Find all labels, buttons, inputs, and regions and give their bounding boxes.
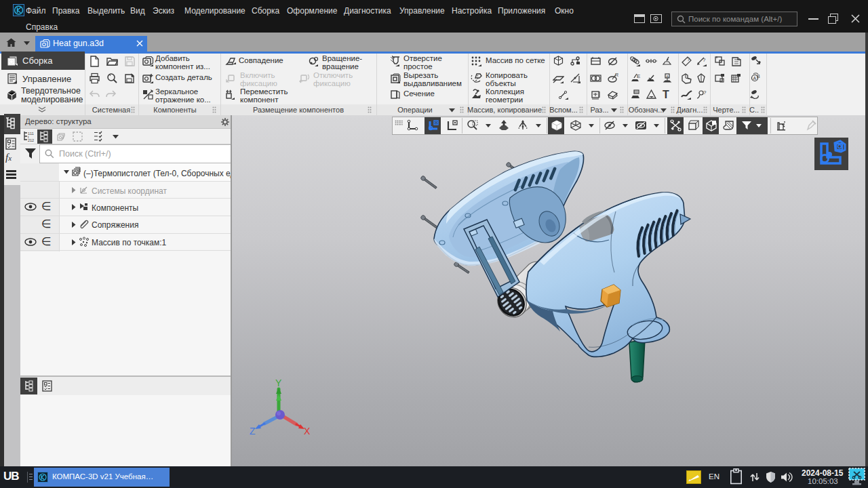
svg-text:Z: Z: [250, 426, 256, 436]
svg-text:X: X: [304, 426, 311, 436]
svg-text:R: R: [615, 73, 618, 77]
svg-text:11: 11: [30, 131, 34, 136]
svg-text:Y: Y: [275, 380, 282, 388]
svg-text:?: ?: [703, 57, 706, 63]
svg-text:E: E: [637, 73, 640, 79]
svg-text:?: ?: [687, 56, 690, 62]
svg-text:A: A: [753, 76, 757, 81]
svg-text:B: B: [757, 74, 760, 79]
svg-text:A: A: [666, 75, 669, 79]
svg-text:T: T: [663, 89, 669, 100]
svg-text:212: 212: [28, 138, 34, 142]
svg-text:?: ?: [703, 89, 707, 96]
